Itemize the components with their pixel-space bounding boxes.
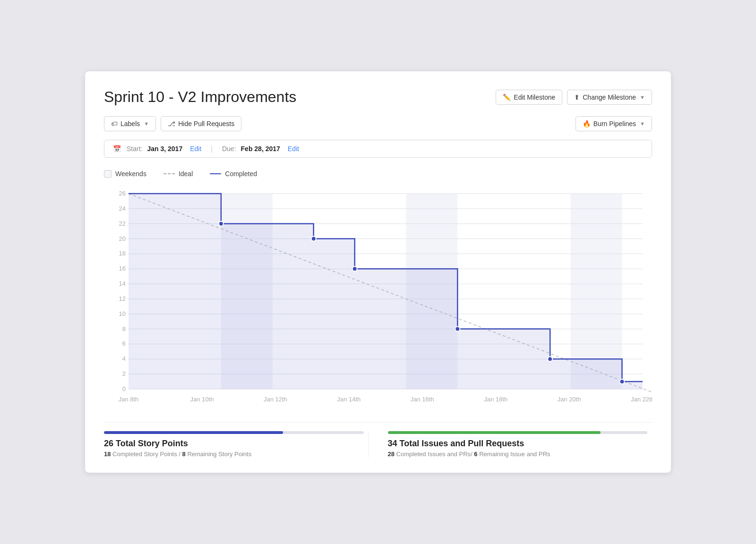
svg-text:Jan 20th: Jan 20th <box>558 396 581 403</box>
svg-text:2: 2 <box>122 370 126 377</box>
due-date-edit-link[interactable]: Edit <box>288 145 299 153</box>
svg-text:6: 6 <box>122 340 126 347</box>
stats-row: 26 Total Story Points 18 Completed Story… <box>104 422 652 458</box>
svg-text:0: 0 <box>122 385 126 392</box>
svg-text:18: 18 <box>119 250 126 257</box>
header-row: Sprint 10 - V2 Improvements ✏️ Edit Mile… <box>104 88 652 106</box>
svg-text:Jan 16th: Jan 16th <box>411 396 434 403</box>
svg-text:Jan 14th: Jan 14th <box>337 396 361 403</box>
stat-issues: 34 Total Issues and Pull Requests 28 Com… <box>378 431 653 458</box>
svg-text:Jan 18th: Jan 18th <box>484 396 507 403</box>
issues-title: 34 Total Issues and Pull Requests <box>388 439 648 449</box>
stat-story-points: 26 Total Story Points 18 Completed Story… <box>104 431 369 458</box>
svg-point-45 <box>619 379 624 384</box>
svg-text:Jan 10th: Jan 10th <box>190 396 214 403</box>
header-buttons: ✏️ Edit Milestone ⬆ Change Milestone ▼ <box>496 90 652 105</box>
page-title: Sprint 10 - V2 Improvements <box>104 88 296 106</box>
issues-bar-fill <box>388 431 601 434</box>
svg-text:12: 12 <box>119 295 126 302</box>
svg-point-44 <box>548 357 552 361</box>
hide-pull-requests-button[interactable]: ⎇ Hide Pull Requests <box>161 116 241 131</box>
story-points-bar-track <box>104 431 364 434</box>
legend-ideal: Ideal <box>163 170 193 178</box>
story-points-detail: 18 Completed Story Points / 8 Remaining … <box>104 450 364 458</box>
calendar-icon: 📅 <box>113 145 121 153</box>
completed-line-sample <box>210 173 221 174</box>
svg-text:Jan 8th: Jan 8th <box>119 396 139 403</box>
svg-text:24: 24 <box>119 205 126 212</box>
date-bar: 📅 Start: Jan 3, 2017 Edit | Due: Feb 28,… <box>104 140 652 158</box>
git-merge-icon: ⎇ <box>168 120 175 128</box>
story-points-bar-fill <box>104 431 283 434</box>
weekends-box <box>104 170 112 178</box>
svg-text:22: 22 <box>119 220 126 227</box>
svg-text:26: 26 <box>119 190 126 197</box>
legend-weekends: Weekends <box>104 170 146 178</box>
svg-text:Jan 12th: Jan 12th <box>264 396 287 403</box>
milestone-icon: ⬆ <box>574 94 580 101</box>
svg-text:16: 16 <box>119 265 126 272</box>
toolbar-row: 🏷 Labels ▼ ⎇ Hide Pull Requests 🔥 Burn P… <box>104 116 652 131</box>
change-milestone-button[interactable]: ⬆ Change Milestone ▼ <box>567 90 652 105</box>
pencil-icon: ✏️ <box>503 94 511 101</box>
svg-point-43 <box>455 327 460 332</box>
fire-icon: 🔥 <box>583 120 591 128</box>
issues-detail: 28 Completed Issues and PRs/ 6 Remaining… <box>388 450 648 458</box>
story-points-title: 26 Total Story Points <box>104 439 364 449</box>
toolbar-left: 🏷 Labels ▼ ⎇ Hide Pull Requests <box>104 116 241 131</box>
caret-down-icon: ▼ <box>640 94 645 100</box>
burn-pipelines-button[interactable]: 🔥 Burn Pipelines ▼ <box>576 116 652 131</box>
svg-text:14: 14 <box>119 280 126 287</box>
svg-point-42 <box>352 266 357 271</box>
svg-text:4: 4 <box>122 355 126 362</box>
toolbar-right: 🔥 Burn Pipelines ▼ <box>576 116 652 131</box>
pipelines-caret-icon: ▼ <box>640 121 645 127</box>
labels-caret-icon: ▼ <box>144 121 149 127</box>
legend-completed: Completed <box>210 170 257 178</box>
main-card: Sprint 10 - V2 Improvements ✏️ Edit Mile… <box>85 71 671 473</box>
labels-button[interactable]: 🏷 Labels ▼ <box>104 116 156 131</box>
svg-point-41 <box>311 237 316 241</box>
svg-text:Jan 22th: Jan 22th <box>631 396 652 403</box>
tag-icon: 🏷 <box>111 120 118 128</box>
edit-milestone-button[interactable]: ✏️ Edit Milestone <box>496 90 562 105</box>
start-date-edit-link[interactable]: Edit <box>190 145 201 153</box>
svg-text:20: 20 <box>119 235 126 242</box>
svg-text:10: 10 <box>119 310 126 317</box>
burndown-chart: 02468101214161820222426Jan 8thJan 10thJa… <box>104 184 652 411</box>
svg-text:8: 8 <box>122 325 126 332</box>
svg-point-40 <box>219 221 223 226</box>
ideal-line-sample <box>163 173 175 174</box>
legend-row: Weekends Ideal Completed <box>104 165 652 180</box>
issues-bar-track <box>388 431 648 434</box>
